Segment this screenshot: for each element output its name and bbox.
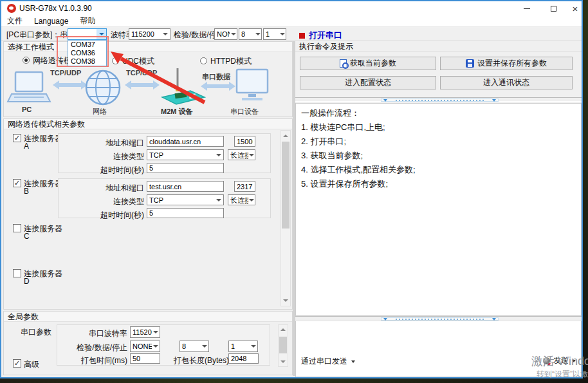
server-b-checkbox[interactable]: ✓ [13,179,21,187]
server-d-label: 连接服务器 [24,268,62,279]
close-button[interactable]: × [565,1,585,15]
title-bar[interactable]: USR-G78x V1.0.3.90 × [1,1,582,15]
com-option[interactable]: COM38 [68,57,106,66]
check-icon: ✓ [14,135,20,142]
menu-file[interactable]: 文件 [7,15,23,26]
packlen-label: 打包长度(Bytes) [174,355,226,366]
get-params-label: 获取当前参数 [350,58,396,69]
server-a-type-value: TCP [147,150,214,160]
desktop-background: USR-G78x V1.0.3.90 × 文件 Language 帮助 [PC串… [0,0,588,383]
server-b-label: 连接服务器 [24,178,62,189]
chevron-down-icon [152,341,160,351]
server-a-type-select[interactable]: TCP [147,149,224,160]
baud-select[interactable]: 115200 [129,28,170,40]
server-b-conn-select[interactable]: 长连接 [228,194,255,205]
send-via-serial-dropdown[interactable]: 通过串口发送 [301,356,355,367]
serial-databits-select[interactable]: 8 [179,341,209,352]
params-scrollbar[interactable] [280,130,291,306]
node-network-label: 网络 [93,107,107,117]
server-c-checkbox[interactable] [13,224,21,232]
chevron-down-icon [152,327,160,337]
server-b-conn-value: 长连接 [228,195,248,205]
log-line: 5. 设置并保存所有参数; [301,177,576,191]
chevron-down-icon [248,195,255,205]
splitter-handle[interactable] [381,98,499,102]
parity-value: NONI [215,29,230,39]
net-params-header: 网络透传模式相关参数 [4,119,292,129]
command-section: 执行命令及提示 [295,41,582,53]
packlen-input[interactable] [228,353,259,364]
server-b-address-input[interactable] [147,181,224,192]
scroll-down-icon[interactable] [279,357,288,366]
save-params-button[interactable]: 设置并保存所有参数 [440,57,573,70]
menu-language[interactable]: Language [34,17,68,26]
serial-databits-value: 8 [180,341,201,351]
serial-device-icon [237,70,268,100]
chevron-down-icon [250,341,257,351]
enter-config-label: 进入配置状态 [345,77,391,88]
server-c-label: 连接服务器 [24,223,62,234]
m2m-device-icon [162,68,205,104]
radio-udc-mode[interactable] [112,57,119,64]
server-b-addr-label: 地址和端口 [96,183,144,194]
radio-httpd-mode[interactable] [200,57,207,64]
serial-baud-select[interactable]: 115200 [130,326,160,338]
scrollbar-thumb[interactable] [282,142,289,229]
stopbits-select[interactable]: 1 [263,28,286,40]
server-b-timeout-input[interactable] [147,208,224,218]
scroll-down-icon[interactable] [281,296,290,305]
parity-select[interactable]: NONI [214,28,237,40]
enter-config-button[interactable]: 进入配置状态 [300,76,436,89]
scrollbar-thumb[interactable] [279,337,287,353]
splitter-dots [396,319,484,320]
menu-bar: 文件 Language 帮助 [1,15,582,27]
server-b-type-select[interactable]: TCP [147,194,224,205]
splitter-dots [396,100,484,101]
minimize-button[interactable] [517,1,537,15]
scroll-up-icon[interactable] [279,325,288,334]
global-scrollbar[interactable] [278,324,288,367]
serial-parity-select[interactable]: NONE [130,341,160,352]
minimize-icon [524,8,530,9]
chevron-down-icon [201,341,208,351]
chevron-down-icon [248,150,255,160]
global-params-header: 全局参数 [4,312,292,322]
server-a-conn-select[interactable]: 长连接 [228,149,255,160]
open-serial-label: 打开串口 [309,30,342,41]
server-a-label: 连接服务器 [24,133,62,144]
check-icon: ✓ [14,360,20,367]
radio-net-transparent-mode[interactable] [23,57,30,64]
com-option[interactable]: COM36 [68,49,106,57]
server-d-checkbox[interactable] [13,269,21,277]
com-port-dropdown-list: COM37 COM36 COM38 [68,40,107,66]
chevron-down-icon [279,29,286,39]
server-a-timeout-input[interactable] [147,163,224,173]
serial-stopbits-select[interactable]: 1 [228,341,258,352]
advanced-checkbox[interactable]: ✓ [13,359,21,368]
log-output-area[interactable]: 一般操作流程： 1. 模块连PC串口,上电; 2. 打开串口; 3. 获取当前参… [295,103,582,316]
get-params-button[interactable]: 获取当前参数 [300,57,436,70]
packtime-input[interactable] [130,353,160,364]
databits-select[interactable]: 8 [239,28,262,40]
send-splitter[interactable] [295,316,582,321]
log-splitter[interactable] [295,97,582,102]
chevron-down-icon [214,150,223,160]
menu-help[interactable]: 帮助 [80,15,95,26]
server-a-port-input[interactable] [234,136,255,147]
pc-icon [8,72,50,102]
get-params-icon [340,59,347,68]
scroll-up-icon[interactable] [281,131,290,140]
server-b-port-input[interactable] [234,181,255,192]
serial-params-label: 串口参数 [21,327,51,338]
serial-closed-status-icon [299,33,305,39]
serial-stopbits-value: 1 [229,341,250,351]
open-serial-button[interactable]: 打开串口 [299,30,342,41]
enter-comm-button[interactable]: 进入通讯状态 [440,76,573,89]
com-option[interactable]: COM37 [68,41,106,49]
maximize-button[interactable] [544,1,563,15]
server-a-address-input[interactable] [147,136,224,147]
server-a-checkbox[interactable]: ✓ [13,134,21,142]
check-icon: ✓ [14,180,20,187]
enter-comm-label: 进入通讯状态 [483,77,529,88]
chevron-down-icon [230,29,237,39]
